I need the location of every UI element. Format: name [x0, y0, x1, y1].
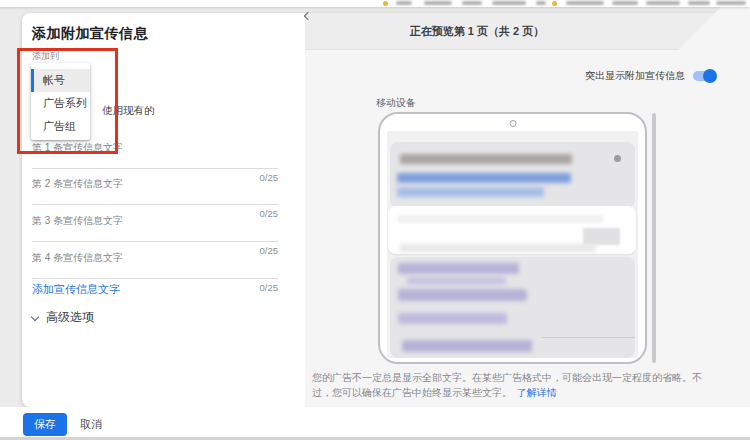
redacted-text-line	[400, 154, 572, 164]
field-label: 第 1 条宣传信息文字	[32, 141, 278, 155]
learn-more-link[interactable]: 了解详情	[517, 387, 557, 398]
redacted-text-line	[398, 263, 519, 274]
field-label: 第 4 条宣传信息文字	[32, 251, 278, 265]
preview-panel: 正在预览第 1 页（共 2 页） 突出显示附加宣传信息 移动设备	[305, 13, 723, 407]
redacted-bookmark-text	[536, 1, 546, 5]
toggle-label: 突出显示附加宣传信息	[585, 69, 685, 83]
redacted-bookmark-text	[566, 1, 604, 5]
mobile-preview-mockup	[378, 112, 647, 364]
preview-header: 正在预览第 1 页（共 2 页）	[305, 13, 723, 50]
dropdown-option-campaign[interactable]: 广告系列	[31, 92, 90, 115]
preview-pagination-text: 正在预览第 1 页（共 2 页）	[410, 24, 544, 39]
phone-camera-dot	[509, 120, 516, 127]
highlight-toggle-switch[interactable]	[693, 71, 715, 81]
redacted-headline-line	[397, 173, 571, 183]
divider	[542, 337, 635, 338]
redacted-text-line	[407, 277, 506, 285]
add-to-dropdown-menu: 帐号 广告系列 广告组	[31, 63, 90, 140]
next-page-button[interactable]	[598, 21, 618, 41]
redacted-text-line	[398, 313, 507, 324]
redacted-bookmark-text	[646, 1, 680, 5]
redacted-ad-card	[390, 257, 635, 358]
phone-screen	[387, 131, 638, 358]
callout-text-input-3[interactable]	[32, 230, 278, 242]
toggle-knob	[703, 69, 717, 83]
preview-scrollbar[interactable]	[652, 113, 656, 363]
bookmark-favicon	[383, 1, 388, 6]
redacted-bookmark-text	[688, 1, 710, 5]
redacted-bookmark-text	[462, 1, 482, 5]
add-callout-dialog: 添加附加宣传信息 添加到 使用现有的 帐号 广告系列 广告组 第 1 条宣传信息…	[22, 13, 723, 407]
ad-options-dot-icon	[614, 155, 621, 162]
redacted-headline-line	[397, 187, 544, 197]
redacted-white-card	[388, 206, 636, 254]
browser-bookmarks-bar-redacted	[0, 0, 750, 7]
callout-text-input-2[interactable]	[32, 193, 278, 205]
redacted-bookmark-text	[716, 1, 746, 5]
chevron-left-icon	[304, 12, 312, 20]
callout-text-input-4[interactable]	[32, 267, 278, 279]
field-label: 第 2 条宣传信息文字	[32, 177, 278, 191]
redacted-text-line	[402, 340, 532, 352]
bookmark-favicon	[552, 1, 557, 6]
disclaimer-text: 您的广告不一定总是显示全部文字。在某些广告格式中，可能会出现一定程度的省略。不过…	[312, 370, 718, 400]
action-bar: 保存 取消	[0, 407, 750, 440]
redacted-text-line	[398, 289, 527, 301]
prev-page-button[interactable]	[568, 21, 588, 41]
dropdown-option-adgroup[interactable]: 广告组	[31, 115, 90, 138]
redacted-bookmark-text	[424, 1, 452, 5]
redacted-text-line	[400, 244, 596, 252]
redacted-ad-card	[390, 142, 635, 208]
callout-form-panel: 添加附加宣传信息 添加到 使用现有的 帐号 广告系列 广告组 第 1 条宣传信息…	[22, 13, 305, 407]
dialog-title: 添加附加宣传信息	[32, 25, 148, 43]
redacted-thumbnail	[583, 228, 620, 245]
redacted-bookmark-text	[612, 1, 638, 5]
save-button[interactable]: 保存	[23, 413, 67, 436]
chevron-down-icon	[31, 312, 39, 320]
callout-text-input-1[interactable]	[32, 157, 278, 169]
use-existing-option-label[interactable]: 使用现有的	[102, 104, 155, 118]
disclaimer-body: 您的广告不一定总是显示全部文字。在某些广告格式中，可能会出现一定程度的省略。不过…	[312, 372, 702, 398]
callout-field-3: 第 3 条宣传信息文字 0/25	[32, 214, 278, 256]
dropdown-option-account[interactable]: 帐号	[31, 69, 90, 92]
field-label: 第 3 条宣传信息文字	[32, 214, 278, 228]
add-to-label: 添加到	[32, 50, 59, 63]
cancel-button[interactable]: 取消	[70, 413, 112, 436]
advanced-options-toggle[interactable]: 高级选项	[32, 309, 94, 326]
callout-field-2: 第 2 条宣传信息文字 0/25	[32, 177, 278, 219]
add-callout-text-link[interactable]: 添加宣传信息文字	[32, 282, 120, 297]
advanced-options-label: 高级选项	[46, 309, 94, 326]
highlight-toggle-row: 突出显示附加宣传信息	[585, 69, 715, 83]
redacted-text-line	[398, 215, 603, 223]
device-type-label: 移动设备	[376, 96, 416, 110]
redacted-bookmark-text	[492, 1, 526, 5]
redacted-bookmark-text	[396, 1, 412, 5]
